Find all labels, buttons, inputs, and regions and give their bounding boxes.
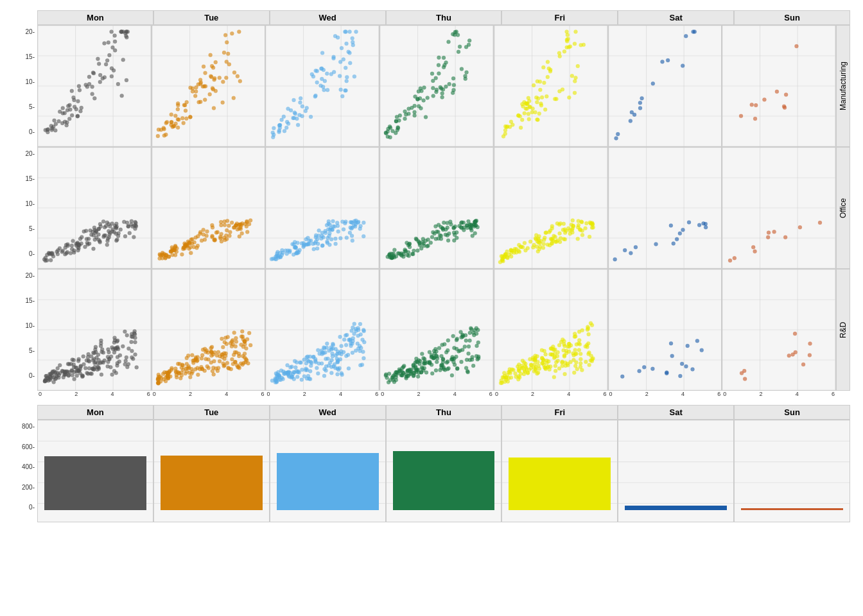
- svg-point-2132: [690, 368, 694, 372]
- svg-point-2117: [513, 372, 517, 375]
- svg-point-163: [162, 127, 166, 131]
- svg-point-678: [245, 230, 249, 234]
- svg-point-598: [72, 250, 76, 254]
- svg-point-343: [426, 96, 430, 99]
- bar-day-header-tue: Tue: [153, 405, 270, 420]
- svg-point-283: [440, 91, 444, 95]
- svg-point-336: [391, 129, 395, 133]
- svg-point-830: [312, 247, 316, 251]
- svg-point-1915: [473, 328, 476, 332]
- svg-point-429: [508, 125, 512, 129]
- svg-point-1124: [564, 229, 568, 233]
- svg-point-1482: [186, 354, 190, 357]
- svg-point-687: [240, 232, 243, 235]
- svg-point-1418: [216, 366, 220, 370]
- cells-row: [37, 269, 836, 391]
- svg-point-85: [98, 73, 102, 77]
- svg-point-2046: [585, 345, 589, 349]
- svg-point-324: [396, 126, 400, 130]
- svg-point-1097: [562, 222, 566, 226]
- svg-point-1078: [577, 223, 580, 227]
- svg-point-774: [336, 230, 340, 234]
- svg-point-1409: [240, 329, 244, 333]
- scatter-cell-mon-office: [37, 147, 152, 269]
- svg-point-134: [223, 33, 227, 37]
- bar-day-header-wed: Wed: [270, 405, 386, 420]
- svg-point-388: [541, 65, 545, 69]
- svg-point-1287: [80, 375, 84, 379]
- svg-point-81: [116, 82, 120, 86]
- svg-point-298: [460, 67, 464, 71]
- scatter-cell-wed-manufacturing: [265, 25, 379, 147]
- svg-point-689: [225, 228, 229, 232]
- svg-point-127: [173, 114, 177, 117]
- svg-point-1301: [83, 366, 87, 370]
- svg-point-1426: [247, 331, 251, 335]
- svg-point-1733: [306, 355, 310, 359]
- svg-point-1151: [697, 223, 701, 227]
- svg-point-1905: [446, 359, 449, 363]
- svg-point-1358: [133, 336, 137, 340]
- svg-point-1520: [245, 338, 249, 341]
- svg-point-574: [70, 244, 74, 248]
- svg-point-1352: [51, 370, 55, 373]
- svg-point-341: [440, 96, 444, 99]
- svg-point-1710: [360, 346, 363, 350]
- svg-point-579: [56, 252, 60, 256]
- svg-point-1086: [518, 250, 521, 253]
- svg-point-1317: [67, 362, 71, 366]
- svg-point-852: [327, 227, 331, 231]
- svg-point-263: [320, 77, 324, 81]
- svg-point-587: [89, 228, 92, 232]
- svg-point-1917: [430, 355, 433, 359]
- svg-point-425: [527, 105, 531, 108]
- svg-point-873: [302, 245, 306, 249]
- bar-rect-tue: [161, 456, 263, 510]
- svg-point-2043: [590, 357, 594, 361]
- svg-point-990: [473, 232, 477, 235]
- svg-point-112: [213, 60, 217, 64]
- scatter-cell-thu-randd: [379, 269, 494, 391]
- svg-point-1313: [99, 339, 103, 343]
- svg-point-1459: [200, 357, 204, 361]
- svg-point-2103: [587, 351, 591, 355]
- svg-point-2119: [586, 325, 589, 329]
- svg-point-1678: [324, 368, 328, 372]
- svg-point-851: [294, 246, 298, 250]
- svg-point-2088: [516, 374, 520, 378]
- svg-point-1852: [451, 334, 455, 338]
- svg-point-73: [97, 62, 101, 65]
- svg-point-864: [339, 236, 343, 240]
- svg-point-2015: [579, 357, 582, 361]
- svg-point-437: [573, 76, 577, 80]
- svg-point-157: [181, 121, 185, 125]
- svg-point-1714: [360, 363, 364, 366]
- svg-point-1173: [767, 231, 771, 235]
- scatter-cell-tue-office: [152, 147, 266, 269]
- svg-point-1896: [452, 360, 456, 364]
- svg-point-223: [286, 107, 290, 111]
- svg-point-1382: [232, 331, 236, 335]
- svg-point-132: [203, 98, 207, 102]
- svg-point-1668: [324, 357, 328, 361]
- svg-point-1102: [557, 223, 561, 227]
- bar-y-tick: 600-: [22, 443, 35, 450]
- svg-point-1946: [562, 355, 566, 359]
- x-axis-cell: 0246: [152, 391, 266, 397]
- svg-point-1292: [76, 359, 80, 363]
- svg-point-2016: [561, 348, 565, 352]
- svg-point-2069: [579, 361, 582, 365]
- svg-point-1470: [220, 337, 223, 341]
- svg-point-373: [543, 108, 547, 112]
- svg-point-2079: [567, 350, 571, 354]
- svg-point-848: [320, 244, 324, 248]
- svg-point-464: [616, 132, 620, 136]
- svg-point-1507: [230, 345, 234, 348]
- svg-point-174: [209, 75, 213, 79]
- svg-point-442: [554, 97, 558, 101]
- svg-point-1670: [297, 370, 301, 373]
- svg-point-1725: [347, 353, 351, 357]
- svg-point-2161: [793, 332, 797, 336]
- svg-point-421: [562, 49, 566, 53]
- svg-point-1472: [191, 359, 195, 363]
